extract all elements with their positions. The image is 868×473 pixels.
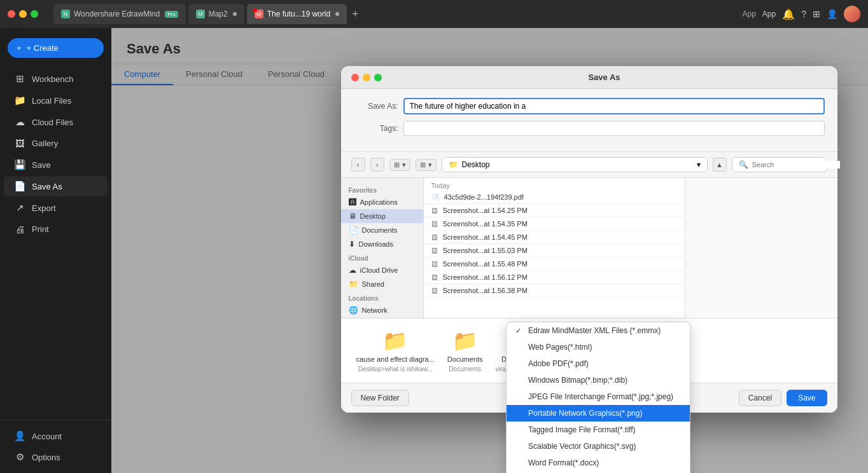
list-view-button[interactable]: ⊞ ▾: [389, 159, 410, 171]
account-icon[interactable]: 👤: [827, 9, 837, 19]
panel-item-icloud-drive[interactable]: ☁ iCloud Drive: [341, 263, 423, 277]
sidebar-item-save[interactable]: 💾 Save: [4, 154, 108, 175]
check-icon: ✓: [515, 327, 523, 335]
gallery-icon: 🖼: [14, 138, 25, 149]
app-container: + + Create ⊞ Workbench 📁 Local Files ☁ C…: [0, 28, 868, 473]
tab-edrawmind-label: Wondershare EdrawMind: [74, 10, 160, 18]
create-button[interactable]: + + Create: [8, 38, 104, 58]
dialog-min-button[interactable]: [363, 74, 370, 81]
format-bmp[interactable]: Windows Bitmap(*.bmp;*.dib): [507, 372, 690, 388]
format-docx[interactable]: Word Format(*.docx): [507, 455, 690, 471]
format-pdf[interactable]: Adobe PDF(*.pdf): [507, 355, 690, 372]
help-icon[interactable]: ?: [801, 9, 806, 19]
back-button[interactable]: ‹: [351, 158, 365, 172]
file-icon: 🖼: [431, 261, 438, 268]
forward-button[interactable]: ›: [370, 158, 384, 172]
close-window-button[interactable]: [8, 10, 15, 18]
format-svg[interactable]: Scalable Vector Graphics(*.svg): [507, 438, 690, 455]
tags-field-label: Tags:: [354, 124, 398, 133]
sidebar-item-cloud-files[interactable]: ☁ Cloud Files: [4, 112, 108, 132]
sidebar-item-gallery[interactable]: 🖼 Gallery: [4, 134, 108, 153]
location-selector[interactable]: 📁 Desktop ▾: [442, 157, 708, 172]
format-bmp-label: Windows Bitmap(*.bmp;*.dib): [528, 376, 627, 385]
new-folder-button[interactable]: New Folder: [351, 390, 409, 406]
dialog-max-button[interactable]: [374, 74, 382, 81]
file-item[interactable]: 🖼 Screenshot...at 1.55.03 PM: [424, 244, 685, 257]
panel-item-desktop[interactable]: 🖥 Desktop: [341, 209, 423, 223]
titlebar-right: App App 🔔 ? ⊞ 👤: [742, 6, 860, 22]
file-item[interactable]: 🖼 Screenshot...at 1.54.35 PM: [424, 217, 685, 231]
tab-future-dot: [335, 12, 339, 16]
cancel-button[interactable]: Cancel: [739, 390, 781, 406]
maximize-window-button[interactable]: [31, 10, 38, 18]
filename-input[interactable]: [403, 98, 825, 114]
panel-item-applications-label: Applications: [360, 198, 398, 206]
file-icon: 🖼: [431, 287, 438, 294]
format-tiff[interactable]: Tagged Image File Format(*.tiff): [507, 422, 690, 438]
tab-edrawmind[interactable]: N Wondershare EdrawMind Pro: [53, 4, 186, 24]
grid-icon[interactable]: ⊞: [813, 9, 820, 19]
file-item[interactable]: 📄 43c5d9de-2...194f239.pdf: [424, 191, 685, 204]
sidebar-item-account[interactable]: 👤 Account: [4, 426, 108, 446]
sidebar-item-options[interactable]: ⚙ Options: [4, 447, 108, 467]
sidebar-item-print[interactable]: 🖨 Print: [4, 219, 108, 239]
panel-item-shared[interactable]: 📁 Shared: [341, 277, 423, 291]
dialog-close-button[interactable]: [351, 74, 359, 81]
sidebar-item-workbench[interactable]: ⊞ Workbench: [4, 69, 108, 89]
search-input[interactable]: [752, 161, 840, 168]
tags-input[interactable]: [403, 121, 825, 136]
downloads-icon: ⬇: [349, 240, 355, 249]
file-item[interactable]: 🖼 Screenshot...at 1.54.25 PM: [424, 204, 685, 217]
format-emmx-label: Edraw MindMaster XML Files (*.emmx): [528, 326, 661, 335]
add-tab-button[interactable]: +: [352, 8, 359, 21]
file-name: Screenshot...at 1.55.48 PM: [443, 260, 528, 268]
minimize-window-button[interactable]: [19, 10, 27, 18]
location-bar: ‹ › ⊞ ▾ ⊞ ▾ 📁 Desktop ▾ ▲: [341, 152, 837, 178]
map2-icon: M: [196, 10, 205, 18]
file-icon: 🖼: [431, 234, 438, 241]
sidebar-item-save-as[interactable]: 📄 Save As: [4, 176, 108, 196]
format-emmx[interactable]: ✓ Edraw MindMaster XML Files (*.emmx): [507, 322, 690, 339]
file-list: Today 📄 43c5d9de-2...194f239.pdf 🖼 Scree…: [424, 178, 685, 318]
user-avatar[interactable]: [844, 6, 860, 22]
sidebar-bottom: 👤 Account ⚙ Options: [0, 420, 111, 468]
format-jpg[interactable]: JPEG File Interchange Format(*.jpg;*.jpe…: [507, 388, 690, 405]
panel-item-network[interactable]: 🌐 Network: [341, 303, 423, 317]
panel-item-documents[interactable]: 📄 Documents: [341, 223, 423, 237]
create-label: + Create: [27, 43, 59, 53]
notifications-icon[interactable]: 🔔: [782, 8, 795, 20]
folder-item-documents[interactable]: 📁 Documents Documents: [447, 329, 483, 373]
tab-map2-label: Map2: [209, 10, 228, 18]
panel-item-applications[interactable]: 🅰 Applications: [341, 195, 423, 209]
list-view-chevron: ▾: [402, 161, 406, 169]
format-png[interactable]: Portable Network Graphics(*.png): [507, 405, 690, 422]
tags-section-title: Tags: [341, 317, 423, 318]
documents-folder-icon: 📁: [452, 329, 478, 353]
cause-effect-folder-path: Desktop>what is ishikaw...: [358, 366, 433, 373]
file-item[interactable]: 🖼 Screenshot...at 1.54.45 PM: [424, 231, 685, 244]
grid-view-button[interactable]: ⊞ ▾: [416, 159, 437, 171]
applications-icon: 🅰: [349, 198, 356, 207]
save-as-form: Save As: Tags:: [341, 89, 837, 152]
tab-future[interactable]: M The futu...19 world: [247, 4, 347, 24]
tab-map2[interactable]: M Map2: [188, 4, 244, 24]
folder-item-cause-effect[interactable]: 📁 cause and effect diagra... Desktop>wha…: [356, 329, 435, 373]
sidebar-item-export[interactable]: ↗ Export: [4, 198, 108, 218]
file-item[interactable]: 🖼 Screenshot...at 1.55.48 PM: [424, 257, 685, 271]
app-button[interactable]: App: [762, 10, 776, 18]
sidebar-item-export-label: Export: [32, 203, 56, 213]
file-name: Screenshot...at 1.54.35 PM: [443, 220, 528, 228]
panel-item-downloads-label: Downloads: [359, 240, 393, 248]
print-icon: 🖨: [14, 224, 25, 235]
save-button[interactable]: Save: [787, 390, 827, 406]
sidebar-item-local-files[interactable]: 📁 Local Files: [4, 90, 108, 111]
format-html[interactable]: Web Pages(*.html): [507, 339, 690, 355]
export-icon: ↗: [14, 202, 25, 214]
list-view-icon: ⊞: [394, 161, 400, 169]
file-item[interactable]: 🖼 Screenshot...at 1.56.12 PM: [424, 271, 685, 284]
panel-item-downloads[interactable]: ⬇ Downloads: [341, 237, 423, 251]
panel-item-documents-label: Documents: [362, 226, 398, 234]
file-browser: Favorites 🅰 Applications 🖥 Desktop 📄 Doc…: [341, 178, 837, 318]
expand-button[interactable]: ▲: [713, 158, 727, 172]
file-item[interactable]: 🖼 Screenshot...at 1.56.38 PM: [424, 284, 685, 298]
